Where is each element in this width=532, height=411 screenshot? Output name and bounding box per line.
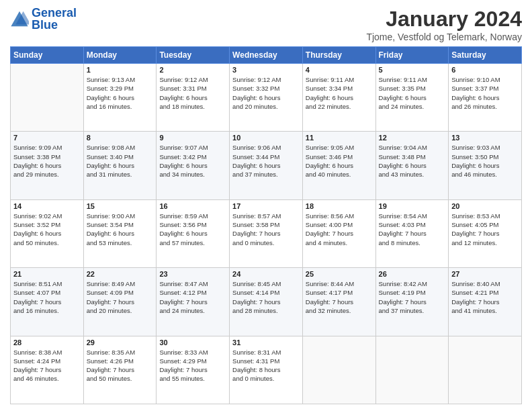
day-number: 17: [232, 202, 300, 210]
calendar-cell: 24Sunrise: 8:45 AM Sunset: 4:14 PM Dayli…: [230, 268, 303, 336]
day-number: 8: [87, 134, 154, 142]
calendar-cell: 26Sunrise: 8:42 AM Sunset: 4:19 PM Dayli…: [375, 268, 449, 336]
day-info: Sunrise: 8:31 AM Sunset: 4:31 PM Dayligh…: [232, 348, 300, 383]
day-info: Sunrise: 9:04 AM Sunset: 3:48 PM Dayligh…: [379, 143, 446, 179]
calendar-cell: 19Sunrise: 8:54 AM Sunset: 4:03 PM Dayli…: [375, 199, 449, 267]
calendar-cell: 30Sunrise: 8:33 AM Sunset: 4:29 PM Dayli…: [157, 336, 230, 404]
day-info: Sunrise: 8:44 AM Sunset: 4:17 PM Dayligh…: [306, 279, 373, 315]
day-number: 4: [306, 66, 373, 74]
day-number: 14: [13, 202, 81, 210]
month-title: January 2024: [366, 7, 522, 32]
calendar-week-4: 21Sunrise: 8:51 AM Sunset: 4:07 PM Dayli…: [11, 268, 522, 336]
col-sunday: Sunday: [11, 47, 84, 64]
day-info: Sunrise: 9:12 AM Sunset: 3:31 PM Dayligh…: [159, 75, 226, 111]
day-number: 9: [159, 134, 226, 142]
day-number: 15: [87, 202, 154, 210]
logo-text-blue: Blue: [32, 19, 77, 31]
col-wednesday: Wednesday: [230, 47, 303, 64]
calendar-cell: 25Sunrise: 8:44 AM Sunset: 4:17 PM Dayli…: [302, 268, 375, 336]
day-info: Sunrise: 9:05 AM Sunset: 3:46 PM Dayligh…: [306, 143, 373, 179]
day-number: 24: [232, 270, 300, 278]
calendar-cell: 4Sunrise: 9:11 AM Sunset: 3:34 PM Daylig…: [302, 64, 375, 132]
logo-text-general: General: [32, 7, 77, 19]
day-number: 6: [451, 66, 519, 74]
day-info: Sunrise: 8:56 AM Sunset: 4:00 PM Dayligh…: [306, 212, 373, 247]
calendar-week-5: 28Sunrise: 8:38 AM Sunset: 4:24 PM Dayli…: [11, 336, 522, 404]
day-number: 1: [87, 66, 154, 74]
calendar-cell: 27Sunrise: 8:40 AM Sunset: 4:21 PM Dayli…: [449, 268, 522, 336]
calendar-cell: 22Sunrise: 8:49 AM Sunset: 4:09 PM Dayli…: [83, 268, 157, 336]
day-info: Sunrise: 9:06 AM Sunset: 3:44 PM Dayligh…: [232, 143, 300, 179]
calendar-cell: 15Sunrise: 9:00 AM Sunset: 3:54 PM Dayli…: [83, 199, 157, 267]
calendar-cell: [449, 336, 522, 404]
day-number: 28: [13, 338, 81, 347]
day-info: Sunrise: 9:13 AM Sunset: 3:29 PM Dayligh…: [87, 75, 154, 111]
day-number: 3: [232, 66, 300, 74]
calendar-cell: 11Sunrise: 9:05 AM Sunset: 3:46 PM Dayli…: [302, 132, 375, 199]
calendar-week-1: 1Sunrise: 9:13 AM Sunset: 3:29 PM Daylig…: [11, 64, 522, 132]
day-number: 16: [159, 202, 226, 210]
calendar-table: Sunday Monday Tuesday Wednesday Thursday…: [10, 46, 522, 404]
day-info: Sunrise: 9:00 AM Sunset: 3:54 PM Dayligh…: [87, 212, 154, 247]
calendar-cell: [302, 336, 375, 404]
location-title: Tjome, Vestfold og Telemark, Norway: [366, 32, 522, 42]
page: General Blue January 2024 Tjome, Vestfol…: [0, 0, 532, 411]
col-monday: Monday: [83, 47, 157, 64]
day-info: Sunrise: 8:49 AM Sunset: 4:09 PM Dayligh…: [87, 279, 154, 315]
day-info: Sunrise: 9:09 AM Sunset: 3:38 PM Dayligh…: [13, 143, 81, 179]
logo: General Blue: [10, 7, 77, 31]
day-number: 27: [451, 270, 519, 278]
day-number: 19: [379, 202, 446, 210]
calendar-cell: 17Sunrise: 8:57 AM Sunset: 3:58 PM Dayli…: [230, 199, 303, 267]
day-number: 26: [379, 270, 446, 278]
day-info: Sunrise: 8:45 AM Sunset: 4:14 PM Dayligh…: [232, 279, 300, 315]
col-saturday: Saturday: [449, 47, 522, 64]
day-info: Sunrise: 8:51 AM Sunset: 4:07 PM Dayligh…: [13, 279, 81, 315]
day-info: Sunrise: 8:59 AM Sunset: 3:56 PM Dayligh…: [159, 212, 226, 247]
calendar-header-row: Sunday Monday Tuesday Wednesday Thursday…: [11, 47, 522, 64]
day-info: Sunrise: 8:47 AM Sunset: 4:12 PM Dayligh…: [159, 279, 226, 315]
day-info: Sunrise: 9:10 AM Sunset: 3:37 PM Dayligh…: [451, 75, 519, 111]
calendar-cell: 9Sunrise: 9:07 AM Sunset: 3:42 PM Daylig…: [157, 132, 230, 199]
calendar-cell: 1Sunrise: 9:13 AM Sunset: 3:29 PM Daylig…: [83, 64, 157, 132]
calendar-cell: 12Sunrise: 9:04 AM Sunset: 3:48 PM Dayli…: [375, 132, 449, 199]
calendar-cell: 10Sunrise: 9:06 AM Sunset: 3:44 PM Dayli…: [230, 132, 303, 199]
day-info: Sunrise: 9:11 AM Sunset: 3:35 PM Dayligh…: [379, 75, 446, 111]
day-info: Sunrise: 9:11 AM Sunset: 3:34 PM Dayligh…: [306, 75, 373, 111]
calendar-cell: 16Sunrise: 8:59 AM Sunset: 3:56 PM Dayli…: [157, 199, 230, 267]
col-thursday: Thursday: [302, 47, 375, 64]
calendar-cell: 7Sunrise: 9:09 AM Sunset: 3:38 PM Daylig…: [11, 132, 84, 199]
day-info: Sunrise: 9:07 AM Sunset: 3:42 PM Dayligh…: [159, 143, 226, 179]
logo-icon: [10, 9, 29, 28]
calendar-cell: 28Sunrise: 8:38 AM Sunset: 4:24 PM Dayli…: [11, 336, 84, 404]
day-number: 25: [306, 270, 373, 278]
calendar-cell: 2Sunrise: 9:12 AM Sunset: 3:31 PM Daylig…: [157, 64, 230, 132]
day-number: 10: [232, 134, 300, 142]
calendar-cell: 6Sunrise: 9:10 AM Sunset: 3:37 PM Daylig…: [449, 64, 522, 132]
day-info: Sunrise: 8:54 AM Sunset: 4:03 PM Dayligh…: [379, 212, 446, 247]
calendar-cell: 31Sunrise: 8:31 AM Sunset: 4:31 PM Dayli…: [230, 336, 303, 404]
day-number: 7: [13, 134, 81, 142]
calendar-cell: 13Sunrise: 9:03 AM Sunset: 3:50 PM Dayli…: [449, 132, 522, 199]
col-tuesday: Tuesday: [157, 47, 230, 64]
day-info: Sunrise: 8:57 AM Sunset: 3:58 PM Dayligh…: [232, 212, 300, 247]
day-number: 13: [451, 134, 519, 142]
day-number: 31: [232, 338, 300, 347]
calendar-cell: 18Sunrise: 8:56 AM Sunset: 4:00 PM Dayli…: [302, 199, 375, 267]
calendar-cell: [11, 64, 84, 132]
day-number: 29: [87, 338, 154, 347]
day-info: Sunrise: 8:33 AM Sunset: 4:29 PM Dayligh…: [159, 348, 226, 383]
day-info: Sunrise: 9:02 AM Sunset: 3:52 PM Dayligh…: [13, 212, 81, 247]
col-friday: Friday: [375, 47, 449, 64]
calendar-cell: 20Sunrise: 8:53 AM Sunset: 4:05 PM Dayli…: [449, 199, 522, 267]
calendar-cell: 29Sunrise: 8:35 AM Sunset: 4:26 PM Dayli…: [83, 336, 157, 404]
day-info: Sunrise: 8:35 AM Sunset: 4:26 PM Dayligh…: [87, 348, 154, 383]
header: General Blue January 2024 Tjome, Vestfol…: [10, 7, 522, 42]
day-number: 20: [451, 202, 519, 210]
day-number: 18: [306, 202, 373, 210]
calendar-cell: 5Sunrise: 9:11 AM Sunset: 3:35 PM Daylig…: [375, 64, 449, 132]
day-number: 30: [159, 338, 226, 347]
day-info: Sunrise: 8:40 AM Sunset: 4:21 PM Dayligh…: [451, 279, 519, 315]
calendar-cell: 3Sunrise: 9:12 AM Sunset: 3:32 PM Daylig…: [230, 64, 303, 132]
calendar-week-3: 14Sunrise: 9:02 AM Sunset: 3:52 PM Dayli…: [11, 199, 522, 267]
